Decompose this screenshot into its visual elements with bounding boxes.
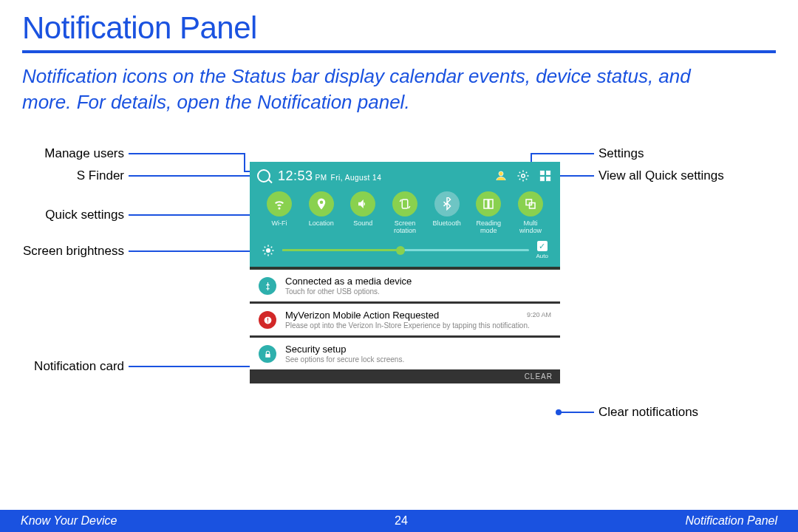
lock-icon <box>259 345 276 363</box>
title-rule <box>22 50 776 53</box>
svg-rect-11 <box>267 318 267 321</box>
card-subtitle: Please opt into the Verizon In-Store Exp… <box>285 321 551 330</box>
clock-ampm: PM <box>316 174 327 182</box>
notification-list: Connected as a media device Touch for ot… <box>250 270 560 383</box>
svg-rect-4 <box>540 177 544 181</box>
page-footer: Know Your Device 24 Notification Panel <box>0 510 798 532</box>
qs-sound[interactable]: Sound <box>342 191 383 233</box>
label-notification-card: Notification card <box>34 359 124 374</box>
page-title: Notification Panel <box>0 0 798 50</box>
intro-text: Notification icons on the Status bar dis… <box>0 64 754 115</box>
notification-card[interactable]: Connected as a media device Touch for ot… <box>250 270 560 301</box>
brightness-slider[interactable] <box>282 249 529 251</box>
card-subtitle: See options for secure lock screens. <box>285 355 551 364</box>
diagram: Manage users S Finder Quick settings Scr… <box>0 137 798 448</box>
brightness-icon <box>262 244 275 257</box>
clock-date: Fri, August 14 <box>331 174 382 182</box>
card-time: 9:20 AM <box>527 311 551 318</box>
label-manage-users: Manage users <box>44 146 124 161</box>
clock: 12:53PMFri, August 14 <box>278 168 381 184</box>
svg-rect-3 <box>547 171 550 174</box>
label-s-finder: S Finder <box>77 168 124 183</box>
gear-icon[interactable] <box>516 168 531 183</box>
footer-right: Notification Panel <box>685 514 777 528</box>
brightness-row: ✓ Auto <box>257 235 553 261</box>
label-screen-brightness: Screen brightness <box>23 244 124 259</box>
qs-wifi[interactable]: Wi-Fi <box>259 191 300 233</box>
check-icon: ✓ <box>537 241 548 251</box>
grid-icon[interactable] <box>538 168 553 183</box>
clock-time: 12:53 <box>278 168 313 183</box>
usb-icon <box>259 277 276 295</box>
warn-icon <box>259 311 276 329</box>
footer-page-number: 24 <box>117 514 685 528</box>
card-title: MyVerizon Mobile Action Requested <box>285 310 551 321</box>
qs-location[interactable]: Location <box>301 191 342 233</box>
label-settings: Settings <box>598 146 644 161</box>
qs-bluetooth[interactable]: Bluetooth <box>426 191 468 233</box>
qs-reading[interactable]: Reading mode <box>468 191 509 233</box>
footer-left: Know Your Device <box>21 514 117 528</box>
notification-panel-screenshot: 12:53PMFri, August 14 Wi-Fi Location Sou… <box>250 162 560 383</box>
svg-rect-12 <box>267 321 267 322</box>
label-quick-settings: Quick settings <box>45 208 124 222</box>
svg-point-9 <box>266 248 270 253</box>
card-title: Security setup <box>285 344 551 355</box>
svg-rect-13 <box>265 353 270 357</box>
card-subtitle: Touch for other USB options. <box>285 287 551 296</box>
notification-card[interactable]: MyVerizon Mobile Action Requested Please… <box>250 304 560 335</box>
clear-button[interactable]: CLEAR <box>250 369 560 383</box>
notification-card[interactable]: Security setup See options for secure lo… <box>250 338 560 369</box>
auto-brightness-toggle[interactable]: ✓ Auto <box>536 241 548 259</box>
s-finder-icon[interactable] <box>257 169 270 183</box>
svg-rect-2 <box>540 171 544 174</box>
label-clear-notifications: Clear notifications <box>598 405 698 420</box>
qs-rotation[interactable]: Screen rotation <box>384 191 426 233</box>
svg-rect-6 <box>402 200 408 208</box>
label-view-all: View all Quick settings <box>598 168 724 183</box>
quick-settings-row: Wi-Fi Location Sound Screen rotation Blu… <box>257 185 553 235</box>
card-title: Connected as a media device <box>285 276 551 287</box>
svg-point-1 <box>522 174 525 178</box>
qs-multiwindow[interactable]: Multi window <box>510 191 551 233</box>
svg-rect-5 <box>547 177 550 181</box>
panel-header: 12:53PMFri, August 14 Wi-Fi Location Sou… <box>250 162 560 267</box>
user-icon[interactable] <box>494 168 508 183</box>
svg-point-0 <box>499 171 503 176</box>
